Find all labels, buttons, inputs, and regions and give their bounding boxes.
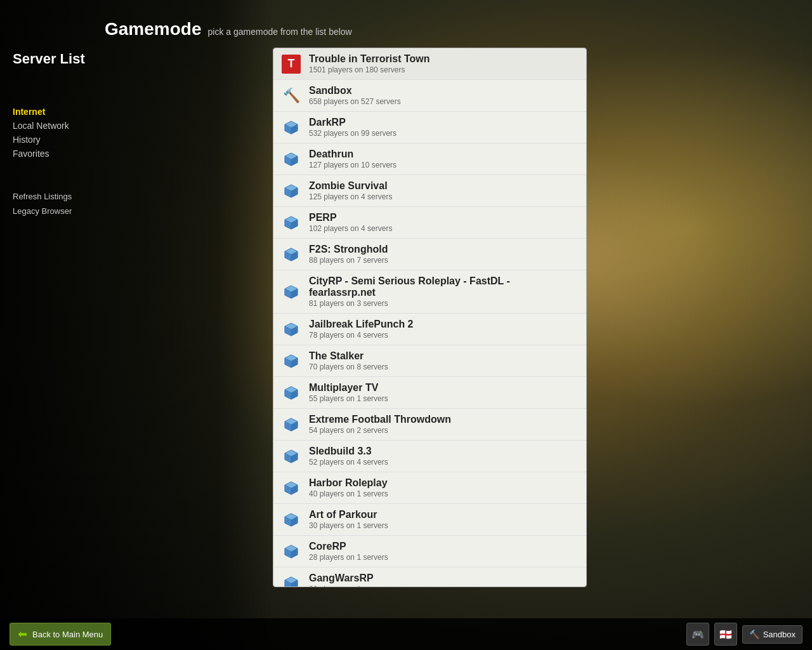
gamemode-name: CityRP - Semi Serious Roleplay - FastDL …: [309, 275, 579, 298]
hammer-icon: 🔨: [749, 630, 759, 639]
gamemode-info: Trouble in Terrorist Town 1501 players o…: [309, 53, 579, 74]
sidebar: Server List Internet Local Network Histo…: [13, 51, 140, 216]
gamemode-name: Extreme Football Throwdown: [309, 414, 579, 425]
cube-icon: [281, 573, 301, 588]
cube-icon: [281, 117, 301, 138]
sidebar-item-local-network[interactable]: Local Network: [13, 119, 140, 132]
gamemode-info: Multiplayer TV 55 players on 1 servers: [309, 382, 579, 403]
gamemode-name: F2S: Stronghold: [309, 244, 579, 255]
gamemode-info: CityRP - Semi Serious Roleplay - FastDL …: [309, 275, 579, 308]
page-title: Gamemode: [105, 19, 202, 39]
cube-icon: [281, 510, 301, 530]
gamemode-item-gangwarsrp[interactable]: GangWarsRP 28 players on 1 servers: [273, 567, 586, 587]
gamemode-item-corerp[interactable]: CoreRP 28 players on 1 servers: [273, 536, 586, 567]
gamemode-item-sandbox[interactable]: 🔨 Sandbox 658 players on 527 servers: [273, 80, 586, 112]
gamemode-stats: 658 players on 527 servers: [309, 97, 579, 106]
gamemode-stats: 125 players on 4 servers: [309, 192, 579, 201]
sidebar-item-history[interactable]: History: [13, 133, 140, 146]
gamemode-info: PERP 102 players on 4 servers: [309, 212, 579, 233]
gamemode-item-cityrp[interactable]: CityRP - Semi Serious Roleplay - FastDL …: [273, 270, 586, 314]
legacy-browser-button[interactable]: Legacy Browser: [13, 206, 140, 216]
gamemode-stats: 70 players on 8 servers: [309, 362, 579, 371]
sandbox-button[interactable]: 🔨 Sandbox: [742, 625, 802, 644]
gamemode-name: CoreRP: [309, 541, 579, 552]
gamemode-name: Sledbuild 3.3: [309, 446, 579, 457]
gamemode-info: Extreme Football Throwdown 54 players on…: [309, 414, 579, 435]
gamemode-name: DarkRP: [309, 117, 579, 128]
back-button-label: Back to Main Menu: [32, 630, 103, 639]
flag-icon: 🏴󠁧󠁢󠁥󠁮󠁧󠁿: [719, 628, 732, 640]
gamemode-item-sledbuild[interactable]: Sledbuild 3.3 52 players on 4 servers: [273, 441, 586, 472]
gamemode-info: F2S: Stronghold 88 players on 7 servers: [309, 244, 579, 265]
gamemode-stats: 127 players on 10 servers: [309, 161, 579, 169]
gamemode-item-ttt[interactable]: T Trouble in Terrorist Town 1501 players…: [273, 48, 586, 80]
gamemode-name: Harbor Roleplay: [309, 477, 579, 489]
gamemode-item-harbor-roleplay[interactable]: Harbor Roleplay 40 players on 1 servers: [273, 472, 586, 504]
sidebar-actions: Refresh Listings Legacy Browser: [13, 192, 140, 216]
gamemode-item-deathrun[interactable]: Deathrun 127 players on 10 servers: [273, 143, 586, 175]
gamemode-stats: 40 players on 1 servers: [309, 489, 579, 498]
page-subtitle: pick a gamemode from the list below: [208, 27, 352, 37]
gamemode-stats: 81 players on 3 servers: [309, 299, 579, 308]
gamemode-item-art-of-parkour[interactable]: Art of Parkour 30 players on 1 servers: [273, 504, 586, 536]
back-arrow-icon: ⬅: [18, 627, 27, 641]
bottom-bar: ⬅ Back to Main Menu 🎮 🏴󠁧󠁢󠁥󠁮󠁧󠁿 🔨 Sandbox: [0, 618, 812, 650]
gamemode-stats: 28 players on 1 servers: [309, 553, 579, 562]
gamemode-info: Sledbuild 3.3 52 players on 4 servers: [309, 446, 579, 467]
gamemode-stats: 52 players on 4 servers: [309, 458, 579, 467]
gamemode-name: Art of Parkour: [309, 509, 579, 521]
gamemode-name: GangWarsRP: [309, 573, 579, 584]
sidebar-main-title: Server List: [13, 51, 140, 67]
gamemode-stats: 88 players on 7 servers: [309, 256, 579, 265]
sandbox-label: Sandbox: [763, 630, 796, 639]
gamemode-info: Sandbox 658 players on 527 servers: [309, 85, 579, 106]
refresh-listings-button[interactable]: Refresh Listings: [13, 192, 140, 201]
gamemode-item-jailbreak[interactable]: Jailbreak LifePunch 2 78 players on 4 se…: [273, 314, 586, 345]
gamemode-stats: 78 players on 4 servers: [309, 331, 579, 340]
gamemode-info: DarkRP 532 players on 99 servers: [309, 117, 579, 138]
gamemode-name: Zombie Survival: [309, 180, 579, 192]
gamemode-item-extreme-football[interactable]: Extreme Football Throwdown 54 players on…: [273, 409, 586, 441]
gamemode-name: Jailbreak LifePunch 2: [309, 319, 579, 330]
ttt-icon: T: [281, 54, 301, 74]
gamemode-item-multiplayer-tv[interactable]: Multiplayer TV 55 players on 1 servers: [273, 377, 586, 409]
gamemode-stats: 532 players on 99 servers: [309, 129, 579, 138]
gamemode-info: CoreRP 28 players on 1 servers: [309, 541, 579, 562]
gamemode-info: The Stalker 70 players on 8 servers: [309, 350, 579, 371]
gamemode-stats: 30 players on 1 servers: [309, 521, 579, 530]
gamemode-name: The Stalker: [309, 350, 579, 362]
gamemode-item-perp[interactable]: PERP 102 players on 4 servers: [273, 207, 586, 239]
gamemode-stats: 54 players on 2 servers: [309, 426, 579, 435]
gamepad-icon: 🎮: [691, 628, 704, 640]
back-to-main-menu-button[interactable]: ⬅ Back to Main Menu: [10, 623, 111, 646]
gamemode-name: Deathrun: [309, 149, 579, 160]
gamemode-item-darkrp[interactable]: DarkRP 532 players on 99 servers: [273, 112, 586, 143]
sidebar-nav: Internet Local Network History Favorites: [13, 105, 140, 160]
cube-icon: [281, 319, 301, 340]
gamemode-name: Multiplayer TV: [309, 382, 579, 394]
cube-icon: [281, 213, 301, 233]
cube-icon: [281, 351, 301, 371]
gamemode-stats: 28 players on 1 servers: [309, 585, 579, 587]
gamemode-info: Jailbreak LifePunch 2 78 players on 4 se…: [309, 319, 579, 340]
flag-icon-button[interactable]: 🏴󠁧󠁢󠁥󠁮󠁧󠁿: [714, 623, 737, 646]
gamemode-name: PERP: [309, 212, 579, 223]
hammer-icon: 🔨: [281, 86, 301, 106]
cube-icon: [281, 478, 301, 498]
cube-icon: [281, 181, 301, 201]
gamemode-name: Trouble in Terrorist Town: [309, 53, 579, 65]
gamemode-item-the-stalker[interactable]: The Stalker 70 players on 8 servers: [273, 345, 586, 377]
cube-icon: [281, 149, 301, 169]
gamemode-info: Zombie Survival 125 players on 4 servers: [309, 180, 579, 201]
gamemode-item-zombie-survival[interactable]: Zombie Survival 125 players on 4 servers: [273, 175, 586, 207]
sidebar-item-internet[interactable]: Internet: [13, 105, 140, 118]
gamepad-icon-button[interactable]: 🎮: [686, 623, 709, 646]
gamemode-stats: 102 players on 4 servers: [309, 224, 579, 233]
gamemode-list[interactable]: T Trouble in Terrorist Town 1501 players…: [273, 48, 587, 587]
gamemode-item-f2s-stronghold[interactable]: F2S: Stronghold 88 players on 7 servers: [273, 239, 586, 270]
cube-icon: [281, 244, 301, 265]
cube-icon: [281, 282, 301, 302]
cube-icon: [281, 541, 301, 562]
sidebar-item-favorites[interactable]: Favorites: [13, 147, 140, 160]
header: Gamemode pick a gamemode from the list b…: [105, 19, 352, 39]
